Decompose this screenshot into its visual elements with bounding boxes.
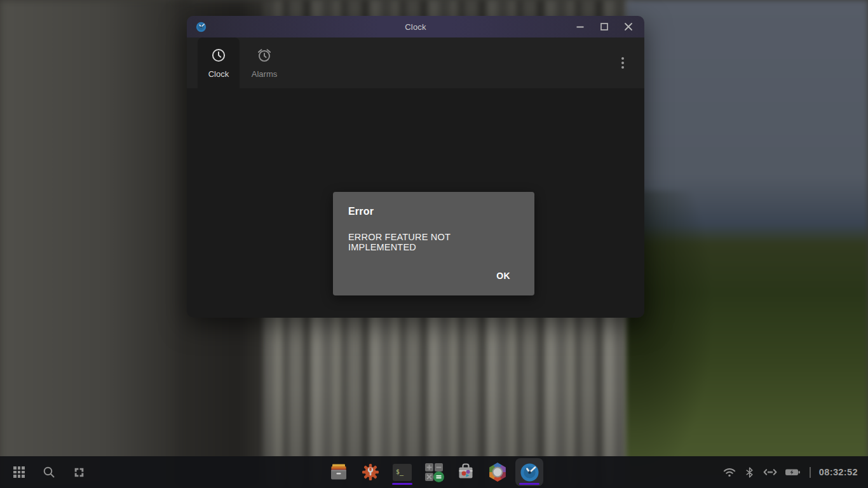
launcher-grid-icon <box>13 466 25 478</box>
dialog-title: Error <box>348 206 519 217</box>
wallpaper-sea-and-grass <box>626 0 868 488</box>
wifi-icon <box>722 464 737 480</box>
running-indicator <box>519 483 539 485</box>
clock-icon <box>210 47 227 64</box>
camera-aperture-icon <box>488 463 507 482</box>
search-button[interactable] <box>38 461 60 483</box>
bluetooth-icon <box>743 466 756 479</box>
desktop: Clock Clock <box>0 0 868 488</box>
taskbar-app-terminal[interactable]: $_ <box>388 458 416 486</box>
search-icon <box>41 464 57 480</box>
overview-button[interactable] <box>68 461 90 483</box>
tab-bar: Clock Alarms <box>187 37 644 88</box>
alarm-icon <box>256 47 273 64</box>
minimize-icon <box>575 22 585 32</box>
tray-divider <box>810 467 811 478</box>
running-indicator <box>392 483 412 485</box>
taskbar-app-calculator[interactable] <box>420 458 448 486</box>
taskbar-app-camera[interactable] <box>484 458 512 486</box>
taskbar-left <box>8 456 90 488</box>
equals-badge <box>433 471 444 482</box>
terminal-icon: $_ <box>393 464 412 481</box>
clock-app-icon <box>196 22 207 32</box>
system-tray[interactable]: 08:32:52 <box>722 456 868 488</box>
tab-clock[interactable]: Clock <box>198 37 240 88</box>
ok-button[interactable]: OK <box>494 267 513 285</box>
battery-charging-icon <box>784 464 801 480</box>
close-icon <box>623 22 634 32</box>
tab-clock-label: Clock <box>208 69 229 79</box>
app-launcher-button[interactable] <box>8 461 30 483</box>
app-store-icon <box>456 462 476 482</box>
taskbar-apps: $_ <box>325 456 543 488</box>
multiply-glyph <box>426 474 432 480</box>
terminal-prompt-glyph: $_ <box>396 468 403 475</box>
dialog-message: ERROR FEATURE NOT IMPLEMENTED <box>348 232 519 252</box>
error-dialog: Error ERROR FEATURE NOT IMPLEMENTED OK <box>333 192 534 295</box>
plus-glyph <box>426 464 432 470</box>
titlebar: Clock <box>187 16 644 37</box>
equals-glyph <box>436 474 442 480</box>
tab-alarms-label: Alarms <box>252 69 277 79</box>
window-controls <box>568 16 641 37</box>
minimize-button[interactable] <box>568 16 592 37</box>
taskbar: $_ <box>0 456 868 488</box>
clock-taskbar-icon <box>520 463 539 482</box>
close-button[interactable] <box>616 16 641 37</box>
tab-alarms[interactable]: Alarms <box>243 37 285 88</box>
kebab-menu-icon[interactable] <box>618 53 628 72</box>
taskbar-app-clock[interactable] <box>515 458 543 486</box>
clock-time: 08:32:52 <box>819 467 858 477</box>
settings-gear-icon <box>360 462 381 482</box>
taskbar-app-settings[interactable] <box>356 458 384 486</box>
ethernet-icon <box>762 464 778 480</box>
taskbar-app-file-manager[interactable] <box>325 458 353 486</box>
maximize-icon <box>599 22 609 32</box>
calculator-icon <box>425 463 443 481</box>
maximize-button[interactable] <box>592 16 616 37</box>
taskbar-app-store[interactable] <box>452 458 480 486</box>
file-manager-icon <box>329 462 349 482</box>
window-overview-icon <box>72 466 86 479</box>
minus-glyph <box>436 464 442 470</box>
wallpaper-gray-blur <box>0 0 191 488</box>
